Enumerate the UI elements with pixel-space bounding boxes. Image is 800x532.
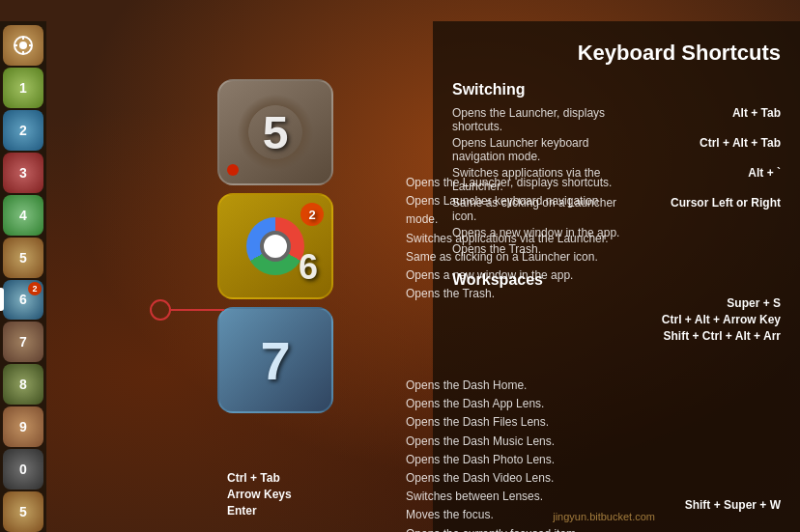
sidebar-label-2: 2 bbox=[19, 123, 27, 138]
bottom-shortcuts: Ctrl + Tab Arrow Keys Enter bbox=[227, 471, 292, 520]
sidebar-badge-6: 2 bbox=[28, 282, 42, 295]
launcher-icon-7[interactable]: 7 bbox=[217, 307, 333, 413]
sidebar-label-9: 9 bbox=[19, 419, 27, 434]
watermark: jingyun.bitbucket.com bbox=[553, 511, 655, 522]
sidebar-label-3: 3 bbox=[19, 165, 27, 181]
switching-section-title: Switching bbox=[452, 81, 781, 98]
sidebar-item-8[interactable]: 8 bbox=[3, 364, 43, 405]
enter-key: Enter bbox=[227, 504, 257, 518]
launcher-badge-6: 2 bbox=[300, 203, 324, 226]
ctrl-tab-key: Ctrl + Tab bbox=[227, 471, 280, 485]
shortcut-key-4: Cursor Left or Right bbox=[636, 196, 781, 223]
arrow-line bbox=[171, 309, 224, 311]
sidebar-item-2[interactable]: 2 bbox=[3, 110, 43, 151]
shortcut-key-2: Ctrl + Alt + Tab bbox=[636, 136, 781, 163]
bottom-key-hint: Shift + Super + W bbox=[685, 495, 781, 513]
sidebar-label-0: 0 bbox=[19, 462, 27, 477]
launcher-label-6: 6 bbox=[299, 247, 318, 288]
launcher-icon-6[interactable]: 6 2 bbox=[217, 193, 333, 299]
left-desc-switching: Opens the Launcher, displays shortcuts. … bbox=[406, 174, 618, 303]
chrome-icon bbox=[246, 217, 304, 275]
sidebar-item-7[interactable]: 7 bbox=[3, 322, 43, 362]
dash-desc-text: Opens the Dash Home. Opens the Dash App … bbox=[406, 377, 618, 532]
sidebar-item-0[interactable]: 0 bbox=[3, 449, 43, 490]
launcher-icon-5[interactable]: 5 bbox=[217, 79, 333, 185]
sidebar-label-6: 6 bbox=[19, 292, 27, 307]
sidebar-item-9[interactable]: 9 bbox=[3, 406, 43, 447]
workspace-row-2: Ctrl + Alt + Arrow Key bbox=[452, 313, 781, 326]
workspace-desc-2 bbox=[452, 313, 636, 326]
shortcut-key-1: Alt + Tab bbox=[636, 106, 781, 133]
workspace-row-3: Shift + Ctrl + Alt + Arr bbox=[452, 329, 781, 343]
shortcut-key-6 bbox=[636, 242, 781, 256]
sidebar-item-3[interactable]: 3 bbox=[3, 153, 43, 193]
sidebar-label-1: 1 bbox=[19, 80, 27, 96]
svg-point-1 bbox=[19, 42, 27, 49]
workspace-key-2: Ctrl + Alt + Arrow Key bbox=[636, 313, 781, 326]
switching-desc-text: Opens the Launcher, displays shortcuts. … bbox=[406, 174, 618, 303]
watermark-text: jingyun.bitbucket.com bbox=[553, 511, 655, 522]
sidebar-item-4[interactable]: 4 bbox=[3, 195, 43, 236]
shortcuts-title: Keyboard Shortcuts bbox=[452, 41, 781, 66]
sidebar-item-home[interactable] bbox=[3, 25, 43, 66]
workspace-desc-3 bbox=[452, 329, 636, 343]
shortcut-row-1: Opens the Launcher, displays shortcuts. … bbox=[452, 106, 781, 133]
sidebar-item-5b[interactable]: 5 bbox=[3, 491, 43, 532]
sidebar-label-4: 4 bbox=[19, 208, 27, 223]
arrow-keys-key: Arrow Keys bbox=[227, 488, 292, 501]
sidebar-label-7: 7 bbox=[19, 334, 27, 350]
shortcut-desc-2: Opens Launcher keyboard navigation mode. bbox=[452, 136, 636, 163]
red-dot-decoration bbox=[227, 164, 239, 176]
workspace-key-3: Shift + Ctrl + Alt + Arr bbox=[636, 329, 781, 343]
sidebar-item-5[interactable]: 5 bbox=[3, 238, 43, 278]
workspace-key-1: Super + S bbox=[636, 296, 781, 310]
bottom-shortcut-enter: Enter bbox=[227, 504, 292, 518]
sidebar: 1 2 3 4 5 6 2 7 8 9 0 5 bbox=[0, 21, 46, 532]
sidebar-item-1[interactable]: 1 bbox=[3, 68, 43, 108]
home-icon bbox=[13, 35, 34, 56]
sidebar-label-5: 5 bbox=[19, 250, 27, 266]
arrow-indicator bbox=[150, 299, 224, 321]
bottom-key-text: Shift + Super + W bbox=[685, 498, 781, 512]
launcher: 5 6 2 7 bbox=[155, 21, 396, 532]
shortcut-key-5 bbox=[636, 226, 781, 239]
bottom-shortcut-ctrl-tab: Ctrl + Tab bbox=[227, 471, 292, 485]
arrow-circle bbox=[150, 299, 171, 321]
bottom-shortcut-arrow: Arrow Keys bbox=[227, 488, 292, 501]
sidebar-item-6[interactable]: 6 2 bbox=[3, 280, 43, 321]
sidebar-label-5b: 5 bbox=[19, 504, 27, 519]
shortcut-row-2: Opens Launcher keyboard navigation mode.… bbox=[452, 136, 781, 163]
launcher-label-7: 7 bbox=[260, 329, 290, 392]
shortcut-key-3: Alt + ` bbox=[636, 166, 781, 193]
left-desc-dash: Opens the Dash Home. Opens the Dash App … bbox=[406, 377, 618, 532]
sidebar-label-8: 8 bbox=[19, 377, 27, 392]
shortcut-desc-1: Opens the Launcher, displays shortcuts. bbox=[452, 106, 636, 133]
launcher-label-5: 5 bbox=[263, 106, 289, 159]
